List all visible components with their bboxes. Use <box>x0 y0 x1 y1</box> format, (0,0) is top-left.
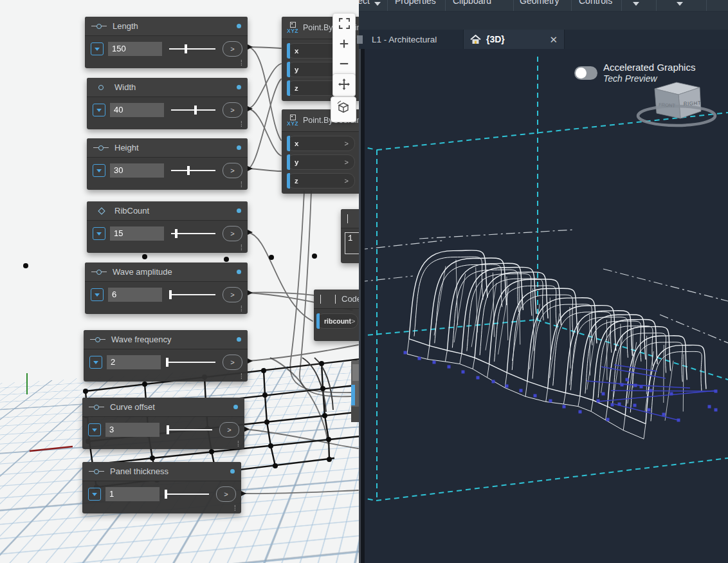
kebab-menu-icon[interactable]: ⁞ <box>241 244 242 252</box>
clipped-input-port[interactable] <box>351 385 355 405</box>
slider-node[interactable]: Panel thickness 1 > ⁞ <box>82 462 241 513</box>
code-block-node-small[interactable]: Code Block 1 <box>341 209 359 263</box>
slider-icon <box>91 23 107 30</box>
slider-value-input[interactable]: 2 <box>107 355 161 369</box>
slider-settings-dropdown[interactable] <box>91 288 104 301</box>
input-port-x[interactable]: x> <box>287 136 355 151</box>
ribbon-panel-clipboard[interactable]: Clipboard <box>453 0 491 6</box>
kebab-menu-icon[interactable]: ⁞ <box>241 373 242 380</box>
ribbon-panel-properties[interactable]: Properties <box>395 0 436 6</box>
tab-3d-view[interactable]: {3D} ✕ <box>463 30 565 49</box>
accelerated-graphics-toggle[interactable] <box>574 66 597 80</box>
slider-handle[interactable] <box>165 490 167 499</box>
port-chevron: > <box>345 158 354 166</box>
chevron-down-icon[interactable] <box>677 2 683 6</box>
slider-track[interactable] <box>168 103 218 117</box>
slider-track[interactable] <box>164 423 215 437</box>
slider-node[interactable]: Wave amplitude 6 > ⁞ <box>85 263 248 314</box>
home-icon <box>470 35 481 44</box>
slider-handle[interactable] <box>167 425 169 434</box>
slider-settings-dropdown[interactable] <box>88 423 101 436</box>
toggle-label: Accelerated Graphics <box>603 62 695 73</box>
slider-value-input[interactable]: 1 <box>105 487 159 501</box>
slider-node[interactable]: Height 30 > ⁞ <box>87 138 248 190</box>
slider-value-input[interactable]: 3 <box>105 423 159 437</box>
fit-to-screen-icon[interactable] <box>334 14 354 33</box>
slider-settings-dropdown[interactable] <box>93 227 105 240</box>
input-port-z[interactable]: z> <box>287 173 355 189</box>
preview-state-dot[interactable] <box>237 85 241 89</box>
slider-handle[interactable] <box>185 44 187 53</box>
canvas-pan-button[interactable] <box>332 73 356 97</box>
preview-state-dot[interactable] <box>237 208 241 213</box>
slider-value-input[interactable]: 6 <box>108 288 162 302</box>
slider-node[interactable]: Width 40 > ⁞ <box>87 78 248 129</box>
slider-track[interactable] <box>164 487 212 501</box>
ribbon-panel-select[interactable]: Select <box>359 0 370 6</box>
output-port[interactable]: > <box>223 41 242 57</box>
preview-state-dot[interactable] <box>230 469 235 474</box>
chevron-down-icon[interactable] <box>374 2 381 6</box>
slider-value-input[interactable]: 150 <box>108 42 162 56</box>
code-block-node[interactable]: Code Block ribcount> <box>314 290 359 341</box>
output-port[interactable]: > <box>219 422 239 438</box>
slider-node[interactable]: RibCount 15 > ⁞ <box>87 201 248 253</box>
canvas-orbit-button[interactable] <box>331 97 356 122</box>
slider-track[interactable] <box>165 355 218 369</box>
preview-state-dot[interactable] <box>237 270 241 274</box>
slider-icon <box>89 468 104 475</box>
slider-settings-dropdown[interactable] <box>93 104 105 116</box>
slider-handle[interactable] <box>169 290 172 299</box>
zoom-out-icon[interactable] <box>334 53 354 73</box>
dynamo-canvas[interactable]: Length 150 > ⁞ Width 40 > ⁞ Height <box>0 0 359 563</box>
toggle-sublabel: Tech Preview <box>603 73 657 84</box>
slider-track[interactable] <box>167 288 218 302</box>
viewcube[interactable]: FRONT RIGHT <box>638 82 715 125</box>
pan-icon <box>334 74 354 94</box>
output-port[interactable]: > <box>216 486 236 502</box>
slider-track[interactable] <box>168 226 218 241</box>
slider-node[interactable]: Curve offset 3 > ⁞ <box>82 398 244 449</box>
preview-state-dot[interactable] <box>237 24 241 28</box>
zoom-in-icon[interactable] <box>334 33 354 53</box>
slider-value-input[interactable]: 40 <box>110 103 164 117</box>
input-port-ribcount[interactable]: ribcount> <box>316 313 358 329</box>
output-port[interactable]: > <box>223 102 242 118</box>
tab-l1-architectural[interactable]: L1 - Architectural <box>359 30 437 49</box>
preview-state-dot[interactable] <box>233 405 238 409</box>
slider-settings-dropdown[interactable] <box>88 488 101 501</box>
slider-settings-dropdown[interactable] <box>91 42 104 55</box>
kebab-menu-icon[interactable]: ⁞ <box>234 504 236 512</box>
preview-state-dot[interactable] <box>237 337 241 342</box>
output-port[interactable]: > <box>223 355 242 370</box>
input-port-y[interactable]: y> <box>287 154 355 170</box>
slider-node[interactable]: Wave frequency 2 > ⁞ <box>84 330 248 382</box>
ribbon-panel-controls[interactable]: Controls <box>579 0 612 6</box>
slider-handle[interactable] <box>187 166 190 175</box>
slider-value-input[interactable]: 15 <box>110 226 164 241</box>
slider-node[interactable]: Length 150 > ⁞ <box>85 17 248 68</box>
kebab-menu-icon[interactable]: ⁞ <box>237 440 239 448</box>
slider-handle[interactable] <box>194 106 197 115</box>
output-port[interactable]: > <box>223 287 242 302</box>
code-block-text[interactable]: 1 <box>345 232 359 254</box>
preview-state-dot[interactable] <box>237 145 241 150</box>
slider-handle[interactable] <box>175 229 177 238</box>
kebab-menu-icon[interactable]: ⁞ <box>241 120 242 128</box>
output-port[interactable]: > <box>223 226 242 241</box>
kebab-menu-icon[interactable]: ⁞ <box>241 305 242 313</box>
slider-track[interactable] <box>167 42 218 56</box>
output-port[interactable]: > <box>223 163 242 178</box>
close-icon[interactable]: ✕ <box>549 35 558 44</box>
chevron-down-icon[interactable] <box>633 2 639 6</box>
slider-settings-dropdown[interactable] <box>93 164 105 177</box>
3d-viewport[interactable]: FRONT RIGHT Accelerated Graphics Tech Pr… <box>359 49 728 563</box>
slider-handle[interactable] <box>166 358 168 367</box>
kebab-menu-icon[interactable]: ⁞ <box>241 181 242 189</box>
slider-settings-dropdown[interactable] <box>89 356 102 369</box>
slider-icon <box>93 84 109 91</box>
kebab-menu-icon[interactable]: ⁞ <box>241 59 242 67</box>
slider-track[interactable] <box>168 163 218 178</box>
slider-value-input[interactable]: 30 <box>110 163 164 178</box>
ribbon-panel-geometry[interactable]: Geometry <box>520 0 559 6</box>
